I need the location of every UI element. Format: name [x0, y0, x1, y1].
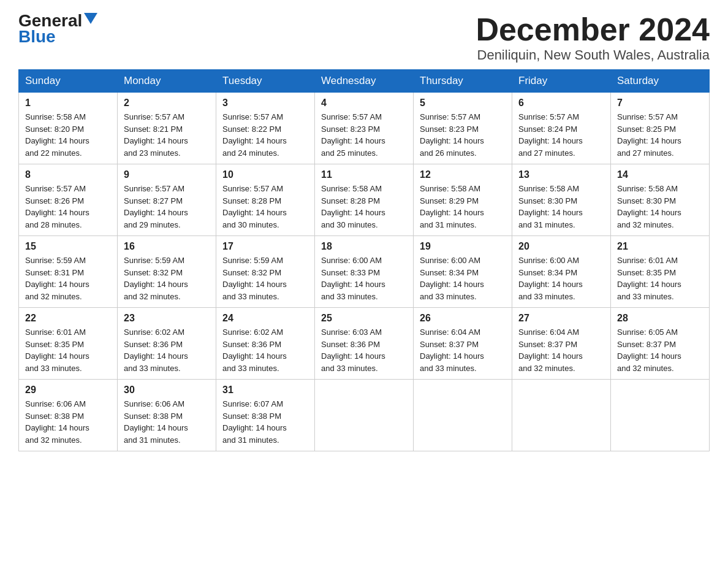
day-info: Sunrise: 5:59 AM Sunset: 8:32 PM Dayligh…	[222, 255, 308, 302]
day-info: Sunrise: 6:00 AM Sunset: 8:33 PM Dayligh…	[321, 255, 407, 302]
calendar-cell: 8 Sunrise: 5:57 AM Sunset: 8:26 PM Dayli…	[19, 164, 118, 236]
calendar-day-header: Monday	[118, 70, 216, 93]
sunset-label: Sunset: 8:36 PM	[124, 340, 183, 349]
calendar-day-header: Saturday	[611, 70, 710, 93]
calendar-week-row: 1 Sunrise: 5:58 AM Sunset: 8:20 PM Dayli…	[19, 93, 710, 164]
day-number: 15	[25, 241, 111, 252]
daylight-minutes: and 31 minutes.	[222, 435, 279, 445]
daylight-minutes: and 25 minutes.	[321, 148, 378, 158]
day-number: 14	[617, 169, 703, 180]
day-info: Sunrise: 5:58 AM Sunset: 8:30 PM Dayligh…	[617, 183, 703, 231]
daylight-minutes: and 32 minutes.	[25, 435, 82, 445]
day-info: Sunrise: 6:02 AM Sunset: 8:36 PM Dayligh…	[222, 326, 308, 374]
day-info: Sunrise: 5:59 AM Sunset: 8:32 PM Dayligh…	[124, 255, 210, 302]
calendar-cell: 9 Sunrise: 5:57 AM Sunset: 8:27 PM Dayli…	[118, 164, 216, 236]
daylight-label: Daylight: 14 hours	[420, 136, 484, 145]
daylight-minutes: and 33 minutes.	[420, 364, 477, 373]
sunset-label: Sunset: 8:37 PM	[617, 340, 676, 349]
daylight-label: Daylight: 14 hours	[25, 423, 89, 432]
daylight-label: Daylight: 14 hours	[25, 351, 89, 361]
sunrise-label: Sunrise: 6:01 AM	[617, 256, 678, 265]
daylight-label: Daylight: 14 hours	[124, 351, 188, 361]
calendar-cell: 5 Sunrise: 5:57 AM Sunset: 8:23 PM Dayli…	[414, 93, 512, 164]
sunset-label: Sunset: 8:35 PM	[25, 340, 84, 349]
calendar-cell: 13 Sunrise: 5:58 AM Sunset: 8:30 PM Dayl…	[512, 164, 611, 236]
calendar-cell: 22 Sunrise: 6:01 AM Sunset: 8:35 PM Dayl…	[19, 308, 118, 380]
location-title: Deniliquin, New South Wales, Australia	[476, 47, 710, 63]
calendar-day-header: Sunday	[19, 70, 118, 93]
daylight-label: Daylight: 14 hours	[420, 208, 484, 217]
sunset-label: Sunset: 8:26 PM	[25, 196, 84, 205]
sunset-label: Sunset: 8:34 PM	[518, 268, 577, 277]
daylight-minutes: and 24 minutes.	[222, 148, 279, 158]
sunrise-label: Sunrise: 5:59 AM	[222, 256, 283, 265]
day-info: Sunrise: 6:00 AM Sunset: 8:34 PM Dayligh…	[420, 255, 506, 302]
sunrise-label: Sunrise: 6:01 AM	[25, 327, 86, 337]
calendar-cell	[315, 380, 414, 451]
day-number: 28	[617, 313, 703, 324]
daylight-minutes: and 32 minutes.	[124, 292, 181, 301]
daylight-label: Daylight: 14 hours	[222, 280, 287, 289]
day-number: 2	[124, 98, 210, 109]
daylight-minutes: and 33 minutes.	[124, 364, 181, 373]
sunset-label: Sunset: 8:32 PM	[124, 268, 183, 277]
sunrise-label: Sunrise: 6:02 AM	[124, 327, 184, 337]
daylight-minutes: and 32 minutes.	[518, 364, 575, 373]
daylight-label: Daylight: 14 hours	[25, 136, 89, 145]
day-info: Sunrise: 5:58 AM Sunset: 8:29 PM Dayligh…	[420, 183, 506, 231]
calendar-header-row: SundayMondayTuesdayWednesdayThursdayFrid…	[19, 70, 710, 93]
day-number: 21	[617, 241, 703, 252]
sunrise-label: Sunrise: 5:57 AM	[518, 112, 579, 121]
day-number: 13	[518, 169, 604, 180]
calendar-cell: 29 Sunrise: 6:06 AM Sunset: 8:38 PM Dayl…	[19, 380, 118, 451]
logo-arrow-icon	[84, 13, 97, 26]
sunrise-label: Sunrise: 5:58 AM	[321, 184, 382, 193]
day-info: Sunrise: 5:58 AM Sunset: 8:28 PM Dayligh…	[321, 183, 407, 231]
sunrise-label: Sunrise: 6:00 AM	[518, 256, 579, 265]
day-number: 8	[25, 169, 111, 180]
sunrise-label: Sunrise: 6:00 AM	[420, 256, 480, 265]
sunrise-label: Sunrise: 5:58 AM	[617, 184, 678, 193]
sunrise-label: Sunrise: 6:04 AM	[518, 327, 579, 337]
sunrise-label: Sunrise: 5:57 AM	[124, 184, 184, 193]
sunset-label: Sunset: 8:36 PM	[321, 340, 380, 349]
day-number: 12	[420, 169, 506, 180]
day-number: 26	[420, 313, 506, 324]
sunset-label: Sunset: 8:33 PM	[321, 268, 380, 277]
day-number: 3	[222, 98, 308, 109]
day-number: 30	[124, 385, 210, 396]
calendar-cell: 23 Sunrise: 6:02 AM Sunset: 8:36 PM Dayl…	[118, 308, 216, 380]
day-number: 10	[222, 169, 308, 180]
daylight-minutes: and 26 minutes.	[420, 148, 477, 158]
svg-marker-0	[84, 13, 97, 24]
daylight-minutes: and 31 minutes.	[518, 220, 575, 229]
daylight-minutes: and 33 minutes.	[25, 364, 82, 373]
sunset-label: Sunset: 8:23 PM	[420, 124, 479, 134]
day-info: Sunrise: 5:57 AM Sunset: 8:26 PM Dayligh…	[25, 183, 111, 231]
sunrise-label: Sunrise: 5:57 AM	[617, 112, 678, 121]
daylight-label: Daylight: 14 hours	[222, 423, 287, 432]
day-number: 6	[518, 98, 604, 109]
calendar-week-row: 15 Sunrise: 5:59 AM Sunset: 8:31 PM Dayl…	[19, 236, 710, 308]
calendar-cell: 15 Sunrise: 5:59 AM Sunset: 8:31 PM Dayl…	[19, 236, 118, 308]
sunset-label: Sunset: 8:37 PM	[420, 340, 479, 349]
daylight-label: Daylight: 14 hours	[321, 351, 385, 361]
daylight-label: Daylight: 14 hours	[321, 280, 385, 289]
daylight-label: Daylight: 14 hours	[124, 208, 188, 217]
calendar-cell: 24 Sunrise: 6:02 AM Sunset: 8:36 PM Dayl…	[216, 308, 315, 380]
sunrise-label: Sunrise: 5:59 AM	[124, 256, 184, 265]
sunset-label: Sunset: 8:24 PM	[518, 124, 577, 134]
calendar-cell: 18 Sunrise: 6:00 AM Sunset: 8:33 PM Dayl…	[315, 236, 414, 308]
sunrise-label: Sunrise: 5:58 AM	[25, 112, 86, 121]
day-info: Sunrise: 6:04 AM Sunset: 8:37 PM Dayligh…	[420, 326, 506, 374]
day-number: 18	[321, 241, 407, 252]
calendar-cell: 14 Sunrise: 5:58 AM Sunset: 8:30 PM Dayl…	[611, 164, 710, 236]
daylight-label: Daylight: 14 hours	[617, 208, 681, 217]
daylight-minutes: and 31 minutes.	[124, 435, 181, 445]
daylight-label: Daylight: 14 hours	[321, 136, 385, 145]
sunset-label: Sunset: 8:35 PM	[617, 268, 676, 277]
day-info: Sunrise: 5:57 AM Sunset: 8:27 PM Dayligh…	[124, 183, 210, 231]
day-info: Sunrise: 5:57 AM Sunset: 8:24 PM Dayligh…	[518, 111, 604, 159]
sunset-label: Sunset: 8:36 PM	[222, 340, 281, 349]
calendar-week-row: 29 Sunrise: 6:06 AM Sunset: 8:38 PM Dayl…	[19, 380, 710, 451]
